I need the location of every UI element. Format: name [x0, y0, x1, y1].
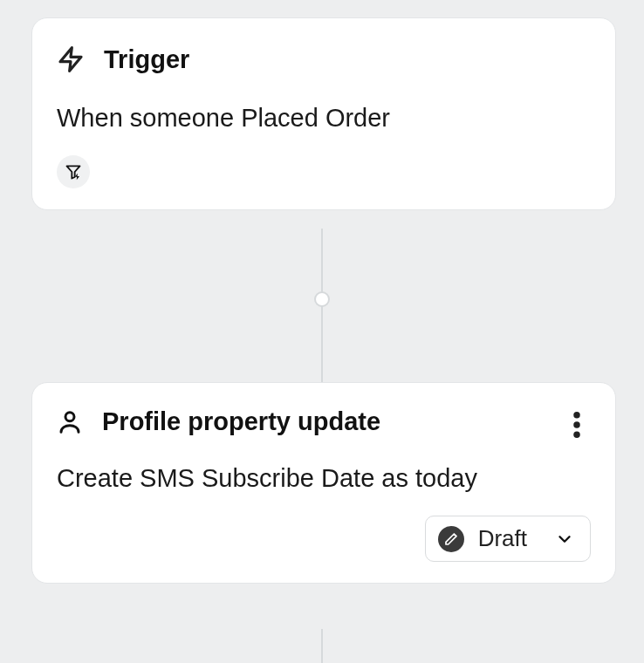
chevron-down-icon: [555, 530, 574, 549]
card-description: When someone Placed Order: [57, 104, 591, 133]
svg-point-4: [573, 421, 580, 428]
action-card[interactable]: Profile property update Create SMS Subsc…: [31, 382, 616, 584]
card-title: Trigger: [104, 45, 189, 74]
svg-marker-0: [60, 48, 81, 72]
card-footer-icons: [57, 133, 591, 188]
card-description: Create SMS Subscribe Date as today: [57, 464, 591, 493]
card-header: Profile property update: [57, 407, 591, 436]
person-icon: [57, 408, 83, 436]
status-dropdown[interactable]: Draft: [425, 516, 591, 562]
svg-point-5: [573, 432, 580, 439]
card-footer: Draft: [57, 516, 591, 562]
flow-canvas: Trigger When someone Placed Order: [0, 0, 644, 663]
trigger-card[interactable]: Trigger When someone Placed Order: [31, 17, 616, 210]
more-vertical-icon: [573, 412, 580, 438]
lightning-icon: [57, 43, 85, 76]
connector-line: [321, 629, 323, 663]
pencil-icon: [438, 526, 464, 552]
trigger-filter-icon[interactable]: [57, 155, 90, 188]
connector-node[interactable]: [314, 291, 330, 307]
svg-point-3: [573, 412, 580, 419]
more-options-button[interactable]: [561, 409, 593, 441]
card-title: Profile property update: [102, 407, 380, 436]
svg-point-6: [65, 412, 74, 420]
status-label: Draft: [478, 525, 527, 552]
card-header: Trigger: [57, 43, 591, 76]
